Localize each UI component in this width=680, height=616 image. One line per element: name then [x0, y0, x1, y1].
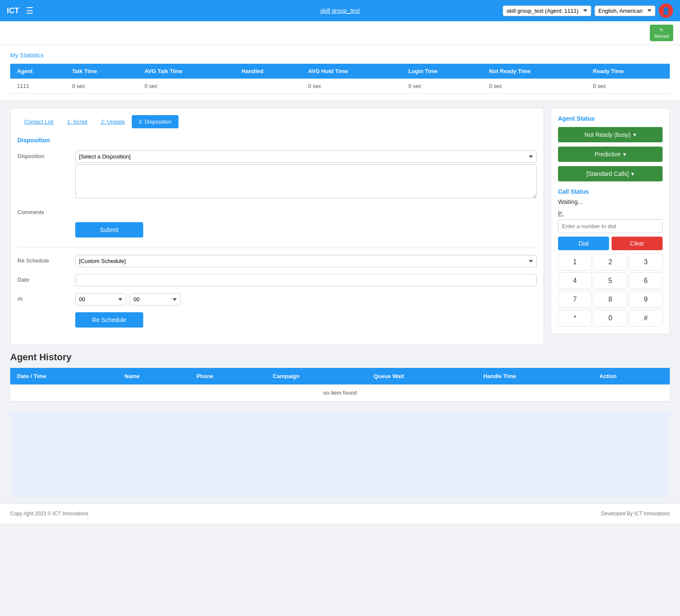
submit-button[interactable]: Submit — [75, 222, 143, 237]
stats-cell: 0 sec — [402, 79, 482, 94]
numpad-key-2[interactable]: 2 — [593, 254, 627, 271]
disposition-label: Disposition — [17, 150, 68, 159]
history-table: Date / Time Name Phone Campaign Queue Wa… — [10, 368, 670, 401]
dial-input[interactable] — [558, 219, 663, 233]
numpad-key-7[interactable]: 7 — [558, 291, 592, 308]
disposition-control: [Select a Disposition] — [75, 150, 537, 200]
stats-cell: 0 sec — [301, 79, 402, 94]
numpad-key-5[interactable]: 5 — [593, 272, 627, 289]
reload-button[interactable]: ↻ Reload — [650, 25, 673, 41]
at-label: At — [17, 293, 68, 302]
col-campaign: Campaign — [266, 368, 367, 384]
comments-label: Comments — [17, 206, 68, 215]
left-panel: Contact List 1: Script 2: Update 3: Disp… — [10, 108, 544, 345]
call-status-title: Call Status — [558, 188, 663, 195]
dropdown-arrow-icon: ▾ — [633, 131, 636, 138]
numpad-key-*[interactable]: * — [558, 310, 592, 327]
time-hour-select[interactable]: 00 — [75, 293, 126, 305]
p-label: P: — [558, 210, 663, 217]
reschedule-control: [Custom Schedule] — [75, 255, 537, 267]
tab-update[interactable]: 2: Update — [94, 115, 131, 128]
numpad-key-8[interactable]: 8 — [593, 291, 627, 308]
time-min-select[interactable]: 00 — [130, 293, 181, 305]
disposition-select[interactable]: [Select a Disposition] — [75, 150, 537, 163]
nav-right-controls: skill group_test (Agent: 1111) English, … — [503, 3, 673, 18]
date-input[interactable] — [75, 274, 537, 286]
date-group: Date — [17, 274, 537, 286]
dial-button[interactable]: Dial — [558, 237, 609, 250]
stats-title: My Statistics — [10, 52, 670, 59]
stats-cell: 0 sec — [138, 79, 235, 94]
tab-script[interactable]: 1: Script — [60, 115, 94, 128]
disposition-textarea[interactable] — [75, 164, 537, 198]
no-item-row: no item found — [10, 384, 670, 401]
numpad-key-6[interactable]: 6 — [629, 272, 663, 289]
history-header-row: Date / Time Name Phone Campaign Queue Wa… — [10, 368, 670, 384]
predictive-button[interactable]: Predictive ▾ — [558, 147, 663, 162]
col-handle-time: Handle Time — [476, 368, 592, 384]
numpad: 123456789*0# — [558, 254, 663, 327]
stats-cell: 1111 — [10, 79, 65, 94]
agent-history-title: Agent History — [10, 352, 670, 363]
numpad-key-0[interactable]: 0 — [593, 310, 627, 327]
stats-table: Agent Talk Time AVG Talk Time Handled AV… — [10, 64, 670, 94]
brand-logo: ICT — [7, 6, 19, 15]
footer: Copy right 2023 © ICT Innovations Develo… — [0, 503, 680, 523]
col-avg-talk-time: AVG Talk Time — [138, 64, 235, 79]
language-select[interactable]: English, American — [595, 6, 655, 16]
predictive-dropdown-icon: ▾ — [623, 151, 626, 158]
col-name: Name — [118, 368, 190, 384]
standard-calls-dropdown-icon: ▾ — [631, 170, 634, 177]
not-ready-button[interactable]: Not Ready (busy) ▾ — [558, 127, 663, 142]
col-queue-wait: Queue Wait — [367, 368, 476, 384]
date-label: Date — [17, 274, 68, 283]
submit-row: Submit — [75, 222, 537, 237]
col-handled: Handled — [235, 64, 302, 79]
hamburger-icon[interactable]: ☰ — [26, 6, 34, 16]
col-not-ready-time: Not Ready Time — [482, 64, 586, 79]
divider — [17, 248, 537, 248]
tab-contact-list[interactable]: Contact List — [17, 115, 60, 128]
reschedule-btn-row: Re Schedule — [75, 312, 537, 328]
stats-cell: 0 sec — [65, 79, 138, 94]
top-nav: ICT ☰ skill group_test skill group_test … — [0, 0, 680, 21]
reschedule-label: Re Schedule — [17, 255, 68, 264]
footer-right: Developed By ICT Innovations — [601, 511, 670, 517]
col-ready-time: Ready Time — [586, 64, 670, 79]
tab-disposition[interactable]: 3: Disposition — [132, 115, 178, 128]
avatar-button[interactable]: 👤 — [659, 3, 673, 18]
stats-header-row: Agent Talk Time AVG Talk Time Handled AV… — [10, 64, 670, 79]
date-control — [75, 274, 537, 286]
agent-select[interactable]: skill group_test (Agent: 1111) — [503, 6, 591, 16]
right-panel: Agent Status Not Ready (busy) ▾ Predicti… — [551, 108, 670, 334]
empty-area — [10, 412, 670, 497]
comments-group: Comments — [17, 206, 537, 215]
col-agent: Agent — [10, 64, 65, 79]
reschedule-button[interactable]: Re Schedule — [75, 312, 143, 328]
stats-cell — [235, 79, 302, 94]
numpad-key-1[interactable]: 1 — [558, 254, 592, 271]
agent-history-section: Agent History Date / Time Name Phone Cam… — [0, 352, 680, 412]
clear-button[interactable]: Clear — [612, 237, 663, 250]
reschedule-select[interactable]: [Custom Schedule] — [75, 255, 537, 267]
reload-icon: ↻ — [660, 27, 663, 33]
call-status-value: Waiting... — [558, 198, 663, 205]
stats-section: My Statistics Agent Talk Time AVG Talk T… — [0, 45, 680, 101]
numpad-key-9[interactable]: 9 — [629, 291, 663, 308]
numpad-key-#[interactable]: # — [629, 310, 663, 327]
standard-calls-button[interactable]: [Standard Calls] ▾ — [558, 166, 663, 181]
col-action: Action — [593, 368, 670, 384]
col-avg-hold-time: AVG Hold Time — [301, 64, 402, 79]
dial-row: Dial Clear — [558, 237, 663, 250]
numpad-key-4[interactable]: 4 — [558, 272, 592, 289]
stats-cell: 0 sec — [586, 79, 670, 94]
col-date-time: Date / Time — [10, 368, 118, 384]
disposition-group: Disposition [Select a Disposition] — [17, 150, 537, 200]
numpad-key-3[interactable]: 3 — [629, 254, 663, 271]
main-content: Contact List 1: Script 2: Update 3: Disp… — [0, 101, 680, 352]
reschedule-group: Re Schedule [Custom Schedule] — [17, 255, 537, 267]
col-login-time: Login Time — [402, 64, 482, 79]
tabs-bar: Contact List 1: Script 2: Update 3: Disp… — [17, 115, 537, 128]
center-title[interactable]: skill group_test — [320, 7, 360, 14]
footer-left: Copy right 2023 © ICT Innovations — [10, 511, 88, 517]
